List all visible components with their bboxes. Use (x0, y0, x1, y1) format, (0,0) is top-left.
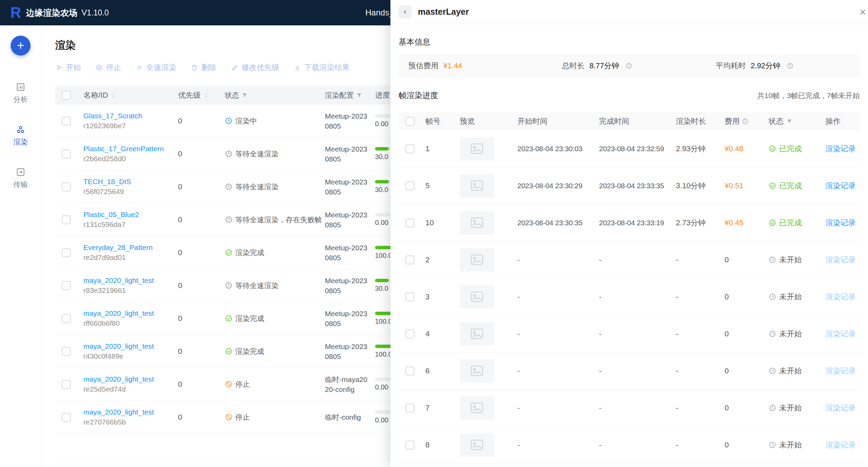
stop-button[interactable]: 停止 (95, 62, 121, 73)
frame-preview-thumbnail[interactable] (460, 137, 494, 160)
end-time: - (595, 404, 672, 412)
add-job-button[interactable]: + (11, 36, 31, 56)
select-all-frames-checkbox[interactable] (406, 117, 414, 126)
priority-value: 0 (172, 248, 219, 257)
status-text: 等待全速渲染 (235, 182, 279, 192)
render-record-link[interactable]: 渲染记录 (825, 404, 856, 412)
row-checkbox[interactable] (62, 380, 71, 389)
sidebar-item-transfer[interactable]: 传输 (13, 167, 28, 189)
filter-icon[interactable] (242, 92, 248, 98)
sort-icon[interactable] (110, 92, 117, 99)
frame-number: 6 (421, 367, 456, 375)
frame-checkbox[interactable] (406, 144, 414, 153)
row-checkbox[interactable] (62, 117, 71, 125)
render-record-link[interactable]: 渲染记录 (825, 292, 856, 301)
task-name-link[interactable]: Plastic_05_Blue2 (83, 211, 139, 219)
status-text: 未开始 (779, 366, 802, 376)
frame-checkbox[interactable] (406, 330, 414, 338)
row-checkbox[interactable] (62, 215, 71, 224)
row-checkbox[interactable] (62, 413, 71, 422)
app-logo-icon: R (10, 5, 21, 20)
task-name-link[interactable]: maya_2020_light_test (83, 309, 154, 318)
sidebar-item-render[interactable]: 渲染 (13, 125, 28, 147)
frame-cost: 0 (725, 441, 729, 450)
info-icon[interactable] (742, 118, 749, 125)
frame-row: 1 2023-08-04 23:30:03 2023-08-04 23:32:5… (399, 130, 860, 167)
start-time: - (513, 293, 595, 301)
status-icon (225, 249, 233, 256)
task-name-link[interactable]: Plastic_17_GreenPattern (83, 145, 164, 153)
frame-checkbox[interactable] (406, 218, 414, 227)
render-record-link[interactable]: 渲染记录 (825, 330, 856, 338)
render-record-link[interactable]: 渲染记录 (825, 144, 856, 153)
row-checkbox[interactable] (62, 314, 71, 323)
frame-checkbox[interactable] (406, 441, 414, 450)
delete-button[interactable]: 删除 (191, 62, 216, 73)
start-button[interactable]: 开始 (55, 62, 81, 73)
select-all-checkbox[interactable] (62, 91, 71, 100)
sidebar-item-analysis[interactable]: 分析 (13, 82, 28, 104)
frame-preview-thumbnail[interactable] (460, 396, 494, 420)
frame-number: 7 (421, 404, 456, 412)
render-record-link[interactable]: 渲染记录 (825, 218, 856, 227)
render-duration: - (672, 255, 720, 264)
sidebar-nav: 分析 渲染 传输 (0, 82, 41, 189)
render-cluster-icon (16, 125, 25, 134)
back-button[interactable] (399, 5, 412, 19)
row-checkbox[interactable] (62, 281, 71, 290)
task-name-link[interactable]: maya_2020_light_test (83, 342, 154, 350)
task-id: r56f0725649 (83, 188, 124, 196)
frame-checkbox[interactable] (406, 292, 414, 301)
task-name-link[interactable]: TECH_18_DIS (83, 178, 131, 186)
row-checkbox[interactable] (62, 347, 71, 356)
progress-value: 0.00 (375, 383, 388, 391)
info-icon[interactable] (787, 62, 794, 69)
close-icon[interactable]: × (859, 7, 866, 17)
task-name-link[interactable]: maya_2020_light_test (83, 408, 154, 416)
sort-icon[interactable] (203, 92, 209, 99)
progress-value: 100.0 (375, 252, 392, 260)
modify-priority-button[interactable]: 修改优先级 (231, 62, 279, 73)
status-text: 已完成 (779, 144, 802, 154)
filter-icon[interactable] (356, 92, 362, 98)
frame-checkbox[interactable] (406, 367, 414, 375)
frame-preview-thumbnail[interactable] (460, 433, 494, 457)
frame-cost: 0 (725, 255, 729, 264)
start-time: 2023-08-04 23:30:35 (513, 219, 595, 227)
frame-checkbox[interactable] (406, 404, 414, 412)
frame-preview-thumbnail[interactable] (460, 174, 494, 197)
render-record-link[interactable]: 渲染记录 (825, 441, 856, 449)
render-record-link[interactable]: 渲染记录 (825, 255, 856, 264)
frame-table: 帧号 预览 开始时间 完成时间 渲染时长 费用 状态 操作 (399, 112, 860, 464)
info-icon[interactable] (625, 62, 632, 69)
render-record-link[interactable]: 渲染记录 (825, 367, 856, 375)
status-text: 渲染完成 (235, 314, 264, 323)
task-id: re2d7d9ad01 (83, 253, 126, 262)
row-checkbox[interactable] (62, 149, 71, 158)
end-time: 2023-08-04 23:33:19 (595, 219, 672, 227)
task-name-link[interactable]: Everyday_28_Pattern (83, 243, 153, 252)
frame-row: 2 - - - 0 未开始 渲染记录 (399, 241, 860, 278)
column-header: 状态 (769, 116, 784, 127)
render-config: Meetup-20230805 (319, 342, 372, 361)
filter-icon[interactable] (786, 118, 793, 124)
task-name-link[interactable]: maya_2020_light_test (83, 375, 154, 383)
render-duration: 3.10分钟 (672, 181, 720, 191)
column-header: 优先级 (178, 90, 201, 100)
row-checkbox[interactable] (62, 248, 71, 257)
column-header: 帧号 (421, 116, 456, 127)
frame-checkbox[interactable] (406, 255, 414, 264)
frame-preview-thumbnail[interactable] (460, 322, 494, 346)
frame-preview-thumbnail[interactable] (460, 211, 494, 235)
frame-preview-thumbnail[interactable] (460, 359, 494, 383)
frame-checkbox[interactable] (406, 181, 414, 190)
full-speed-render-button[interactable]: 全速渲染 (136, 62, 176, 73)
download-results-button[interactable]: 下载渲染结果 (294, 62, 350, 73)
app-version: V1.10.0 (82, 8, 109, 17)
frame-preview-thumbnail[interactable] (460, 248, 494, 272)
render-record-link[interactable]: 渲染记录 (825, 181, 856, 190)
task-name-link[interactable]: maya_2020_light_test (83, 276, 154, 285)
frame-preview-thumbnail[interactable] (460, 285, 494, 309)
row-checkbox[interactable] (62, 182, 71, 191)
task-name-link[interactable]: Glass_17_Scratch (83, 112, 142, 120)
